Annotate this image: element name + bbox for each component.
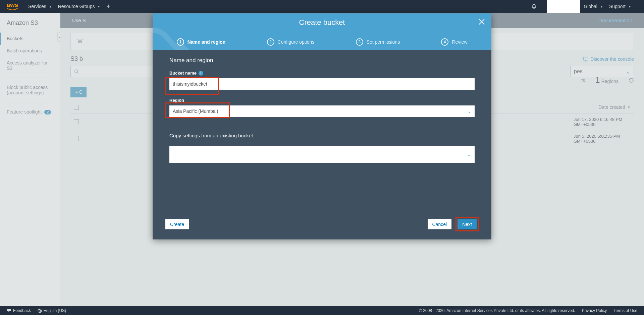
step-review[interactable]: 4Review bbox=[441, 38, 467, 46]
chevron-down-icon: ⌄ bbox=[467, 108, 471, 114]
step-label: Name and region bbox=[187, 39, 226, 45]
info-icon[interactable]: i bbox=[199, 71, 203, 76]
copy-settings-label: Copy settings from an existing bucket bbox=[169, 133, 475, 138]
step-permissions[interactable]: 3Set permissions bbox=[356, 38, 400, 46]
step-label: Set permissions bbox=[367, 39, 400, 45]
close-icon bbox=[478, 18, 485, 26]
bucket-name-input[interactable] bbox=[169, 78, 475, 90]
section-title: Name and region bbox=[169, 57, 475, 64]
modal-title: Create bucket bbox=[153, 13, 491, 27]
create-bucket-modal: Create bucket 1Name and region 2Configur… bbox=[153, 13, 491, 239]
modal-body: Name and region Bucket name i Region Asi… bbox=[153, 50, 491, 211]
step-configure[interactable]: 2Configure options bbox=[267, 38, 315, 46]
wizard-steps: 1Name and region 2Configure options 3Set… bbox=[153, 38, 491, 46]
step-name-region[interactable]: 1Name and region bbox=[177, 38, 226, 46]
create-button[interactable]: Create bbox=[165, 219, 189, 229]
step-label: Configure options bbox=[278, 39, 315, 45]
region-label: Region bbox=[169, 98, 475, 103]
region-select[interactable]: Asia Pacific (Mumbai) ⌄ bbox=[169, 105, 475, 117]
copy-settings-select[interactable]: ⌄ bbox=[169, 146, 475, 163]
divider bbox=[169, 125, 475, 125]
cancel-button[interactable]: Cancel bbox=[428, 219, 452, 229]
highlight-box: Next bbox=[455, 217, 479, 231]
region-group: Region Asia Pacific (Mumbai) ⌄ bbox=[169, 98, 475, 117]
next-button[interactable]: Next bbox=[458, 219, 477, 229]
modal-wrapper: Create bucket 1Name and region 2Configur… bbox=[0, 0, 644, 315]
region-value: Asia Pacific (Mumbai) bbox=[173, 108, 218, 114]
close-button[interactable] bbox=[478, 18, 485, 27]
copy-settings-group: Copy settings from an existing bucket ⌄ bbox=[169, 133, 475, 163]
chevron-down-icon: ⌄ bbox=[467, 152, 471, 157]
bucket-name-group: Bucket name i bbox=[169, 71, 475, 90]
modal-header: Create bucket 1Name and region 2Configur… bbox=[153, 13, 491, 50]
bucket-name-label: Bucket name i bbox=[169, 71, 475, 76]
step-label: Review bbox=[452, 39, 467, 45]
modal-footer: Create Cancel Next bbox=[165, 211, 479, 239]
